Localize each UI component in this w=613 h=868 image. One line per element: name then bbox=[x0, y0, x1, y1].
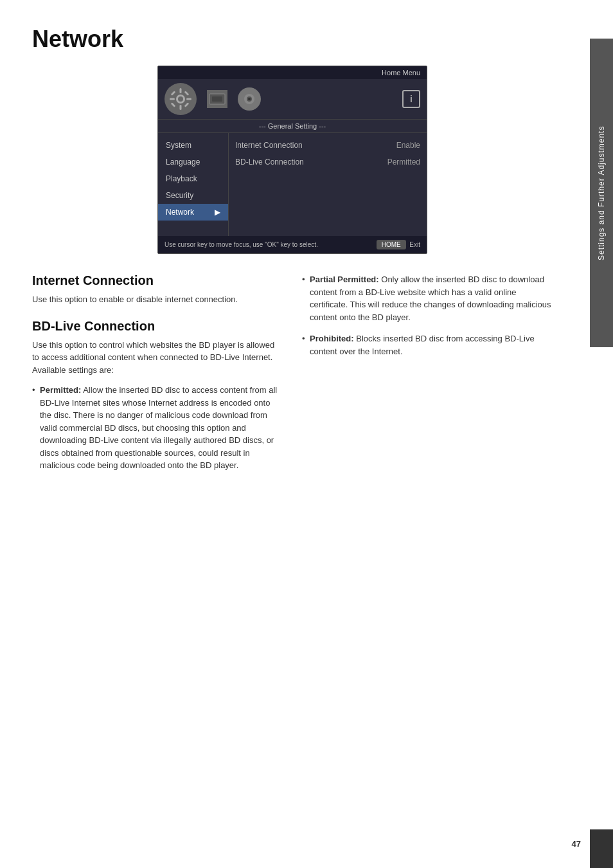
audio-icon bbox=[238, 87, 261, 111]
bullet-prohibited: Prohibited: Blocks inserted BD disc from… bbox=[302, 332, 553, 357]
two-column-layout: Internet Connection Use this option to e… bbox=[32, 273, 553, 481]
general-setting-label: --- General Setting --- bbox=[158, 120, 427, 133]
network-arrow-icon: ▶ bbox=[215, 208, 220, 217]
menu-bottom-bar: Use cursor key to move focus, use "OK" k… bbox=[158, 236, 427, 253]
menu-item-network[interactable]: Network ▶ bbox=[158, 204, 228, 221]
internet-connection-label: Internet Connection bbox=[235, 141, 303, 150]
svg-rect-4 bbox=[170, 98, 175, 100]
svg-rect-2 bbox=[180, 88, 182, 93]
svg-rect-7 bbox=[184, 91, 190, 96]
partial-permitted-term: Partial Permitted: bbox=[310, 275, 379, 284]
internet-connection-row: Internet Connection Enable bbox=[235, 137, 420, 154]
dark-bar bbox=[590, 829, 613, 868]
menu-item-language[interactable]: Language bbox=[158, 154, 228, 170]
menu-item-system[interactable]: System bbox=[158, 137, 228, 154]
menu-exit-control: HOME Exit bbox=[377, 240, 420, 249]
svg-rect-3 bbox=[180, 105, 182, 110]
bd-live-connection-label: BD-Live Connection bbox=[235, 158, 304, 167]
bd-live-connection-value: Permitted bbox=[387, 158, 420, 167]
prohibited-term: Prohibited: bbox=[310, 334, 354, 343]
internet-connection-body: Use this option to enable or disable int… bbox=[32, 293, 283, 306]
bd-live-connection-heading: BD-Live Connection bbox=[32, 319, 283, 334]
menu-top-bar: Home Menu bbox=[158, 66, 427, 79]
info-icon: i bbox=[402, 90, 420, 108]
svg-point-14 bbox=[248, 98, 251, 100]
svg-rect-9 bbox=[184, 102, 190, 107]
exit-label: Exit bbox=[409, 241, 420, 248]
internet-connection-value: Enable bbox=[396, 141, 420, 150]
left-column: Internet Connection Use this option to e… bbox=[32, 273, 283, 481]
menu-screenshot: Home Menu bbox=[157, 66, 427, 254]
permitted-term: Permitted: bbox=[40, 385, 81, 395]
page-title: Network bbox=[32, 26, 553, 53]
svg-rect-8 bbox=[171, 102, 176, 107]
menu-body: System Language Playback Security Networ… bbox=[158, 133, 427, 236]
home-menu-label: Home Menu bbox=[382, 69, 420, 77]
bd-live-connection-row: BD-Live Connection Permitted bbox=[235, 154, 420, 170]
svg-rect-5 bbox=[186, 98, 191, 100]
page-number: 47 bbox=[572, 839, 581, 849]
bd-live-bullets-left: Permitted: Allow the inserted BD disc to… bbox=[32, 384, 283, 472]
svg-rect-6 bbox=[171, 91, 176, 96]
permitted-text: Allow the inserted BD disc to access con… bbox=[40, 385, 277, 470]
svg-point-1 bbox=[178, 96, 183, 102]
menu-hint-text: Use cursor key to move focus, use "OK" k… bbox=[164, 241, 318, 248]
menu-icons-row: i bbox=[158, 79, 427, 120]
sidebar-tab-label: Settings and Further Adjustments bbox=[597, 125, 606, 260]
svg-rect-11 bbox=[212, 96, 222, 102]
internet-connection-heading: Internet Connection bbox=[32, 273, 283, 288]
menu-item-security[interactable]: Security bbox=[158, 187, 228, 204]
menu-item-playback[interactable]: Playback bbox=[158, 170, 228, 187]
home-button[interactable]: HOME bbox=[377, 240, 406, 249]
disc-icon bbox=[207, 90, 227, 108]
bd-live-bullets-right: Partial Permitted: Only allow the insert… bbox=[302, 273, 553, 357]
bullet-permitted: Permitted: Allow the inserted BD disc to… bbox=[32, 384, 283, 472]
sidebar-tab: Settings and Further Adjustments bbox=[590, 39, 613, 347]
settings-icon bbox=[164, 83, 197, 115]
bullet-partial-permitted: Partial Permitted: Only allow the insert… bbox=[302, 273, 553, 323]
menu-left-column: System Language Playback Security Networ… bbox=[158, 133, 229, 236]
bd-live-connection-body: Use this option to control which website… bbox=[32, 339, 283, 377]
network-item-label: Network bbox=[166, 208, 194, 217]
main-content: Network Home Menu bbox=[0, 0, 585, 532]
menu-right-column: Internet Connection Enable BD-Live Conne… bbox=[229, 133, 427, 236]
right-column: Partial Permitted: Only allow the insert… bbox=[302, 273, 553, 481]
home-button-label: HOME bbox=[382, 241, 401, 248]
